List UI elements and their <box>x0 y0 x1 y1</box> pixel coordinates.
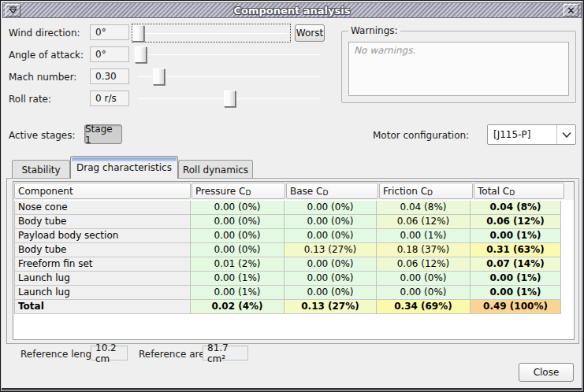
angle-of-attack-label: Angle of attack: <box>9 50 84 61</box>
roll-rate-label: Roll rate: <box>9 94 51 105</box>
tab-roll-dynamics[interactable]: Roll dynamics <box>178 160 253 179</box>
value-cell: 0.01 (2%) <box>191 257 285 272</box>
component-cell: Nose cone <box>14 201 191 215</box>
value-cell: 0.00 (0%) <box>285 272 377 286</box>
wind-direction-slider-thumb[interactable] <box>132 25 144 42</box>
value-cell: 0.00 (0%) <box>377 272 471 286</box>
angle-of-attack-slider[interactable] <box>135 46 324 65</box>
col-header-total-cd[interactable]: Total CD <box>474 183 564 199</box>
value-cell: 0.00 (0%) <box>285 215 377 229</box>
tab-drag-characteristics[interactable]: Drag characteristics <box>70 156 178 179</box>
value-cell: 0.04 (8%) <box>377 201 471 215</box>
value-cell: 0.00 (0%) <box>285 229 377 243</box>
col-header-pressure-cd[interactable]: Pressure CD <box>192 183 285 199</box>
slider-track <box>138 76 321 77</box>
wind-direction-label: Wind direction: <box>9 28 80 39</box>
value-cell: 0.00 (1%) <box>191 286 285 300</box>
mach-number-field[interactable]: 0.30 <box>90 68 129 84</box>
window-title: Component analysis <box>3 5 581 17</box>
value-cell: 0.31 (63%) <box>471 243 561 257</box>
drag-table-body: Nose cone0.00 (0%)0.00 (0%)0.04 (8%)0.04… <box>14 201 573 314</box>
value-cell: 0.06 (12%) <box>377 215 471 229</box>
value-cell: 0.00 (1%) <box>471 286 561 300</box>
value-cell: 0.00 (0%) <box>191 229 285 243</box>
value-cell: 0.00 (0%) <box>191 215 285 229</box>
table-row[interactable]: Body tube0.00 (0%)0.00 (0%)0.06 (12%)0.0… <box>14 215 573 229</box>
angle-of-attack-field[interactable]: 0° <box>90 46 129 62</box>
roll-rate-slider[interactable] <box>135 90 324 109</box>
slider-track <box>138 54 321 55</box>
value-cell: 0.00 (0%) <box>285 257 377 272</box>
value-cell: 0.00 (0%) <box>377 286 471 300</box>
col-header-label: Component <box>18 186 73 197</box>
mach-number-label: Mach number: <box>9 72 76 83</box>
reference-length-value: 10.2 cm <box>91 346 128 361</box>
value-cell: 0.00 (1%) <box>377 229 471 243</box>
drag-table: Component Pressure CD Base CD Friction C… <box>13 181 575 340</box>
wind-direction-slider[interactable] <box>132 24 291 43</box>
mach-number-slider-thumb[interactable] <box>153 68 165 85</box>
table-row[interactable]: Body tube0.00 (0%)0.13 (27%)0.18 (37%)0.… <box>14 243 573 257</box>
col-header-component[interactable]: Component <box>14 183 191 199</box>
close-button[interactable]: Close <box>519 363 574 382</box>
value-cell: 0.13 (27%) <box>285 243 377 257</box>
stage-1-toggle-button[interactable]: Stage 1 <box>84 124 122 144</box>
col-header-subscript: D <box>245 189 251 197</box>
col-header-label: Base C <box>290 186 322 197</box>
col-header-label: Pressure C <box>195 186 245 197</box>
warnings-list: No warnings. <box>348 42 569 96</box>
value-cell: 0.00 (1%) <box>471 272 561 286</box>
table-row[interactable]: Launch lug0.00 (1%)0.00 (0%)0.00 (0%)0.0… <box>14 272 573 286</box>
angle-of-attack-slider-thumb[interactable] <box>135 46 147 63</box>
component-analysis-dialog: Component analysis ✕ Wind direction: Ang… <box>0 0 584 392</box>
wind-direction-field[interactable]: 0° <box>90 24 129 40</box>
chevron-down-icon <box>556 125 575 144</box>
value-cell: 0.00 (0%) <box>285 286 377 300</box>
value-cell: 0.00 (0%) <box>191 201 285 215</box>
tab-stability[interactable]: Stability <box>12 160 70 179</box>
worst-button[interactable]: Worst <box>295 24 325 42</box>
slider-track <box>136 33 287 34</box>
motor-configuration-value: [J115-P] <box>488 129 556 140</box>
motor-configuration-label: Motor configuration: <box>373 130 469 141</box>
roll-rate-field[interactable]: 0 r/s <box>90 91 129 106</box>
col-header-base-cd[interactable]: Base CD <box>286 183 378 199</box>
roll-rate-slider-thumb[interactable] <box>224 91 236 107</box>
table-row[interactable]: Launch lug0.00 (1%)0.00 (0%)0.00 (0%)0.0… <box>14 286 573 300</box>
warnings-group-title: Warnings: <box>348 25 400 36</box>
table-row[interactable]: Freeform fin set0.01 (2%)0.00 (0%)0.06 (… <box>14 257 573 272</box>
component-cell: Launch lug <box>14 272 191 286</box>
table-row[interactable]: Nose cone0.00 (0%)0.00 (0%)0.04 (8%)0.04… <box>14 201 573 215</box>
table-row[interactable]: Total0.02 (4%)0.13 (27%)0.34 (69%)0.49 (… <box>14 300 573 314</box>
component-cell: Payload body section <box>14 229 191 243</box>
col-header-subscript: D <box>427 189 433 197</box>
value-cell: 0.00 (0%) <box>285 201 377 215</box>
mach-number-slider[interactable] <box>135 68 324 87</box>
table-row[interactable]: Payload body section0.00 (0%)0.00 (0%)0.… <box>14 229 573 243</box>
reference-area-value: 81.7 cm² <box>203 346 248 361</box>
component-cell: Launch lug <box>14 286 191 300</box>
value-cell: 0.06 (12%) <box>471 215 561 229</box>
active-stages-label: Active stages: <box>9 130 76 141</box>
drag-characteristics-panel: Component Pressure CD Base CD Friction C… <box>6 178 579 344</box>
value-cell: 0.04 (8%) <box>471 201 561 215</box>
window-close-button[interactable]: ✕ <box>564 4 578 17</box>
col-header-friction-cd[interactable]: Friction CD <box>379 183 473 199</box>
drag-table-header: Component Pressure CD Base CD Friction C… <box>13 182 574 200</box>
value-cell: 0.13 (27%) <box>285 300 377 314</box>
value-cell: 0.18 (37%) <box>377 243 471 257</box>
component-cell: Total <box>14 300 191 314</box>
value-cell: 0.00 (1%) <box>191 272 285 286</box>
value-cell: 0.06 (12%) <box>377 257 471 272</box>
component-cell: Body tube <box>14 215 191 229</box>
col-header-label: Friction C <box>383 186 427 197</box>
warnings-group: Warnings: No warnings. <box>341 31 576 103</box>
value-cell: 0.07 (14%) <box>471 257 561 272</box>
motor-configuration-select[interactable]: [J115-P] <box>487 124 576 145</box>
value-cell: 0.34 (69%) <box>377 300 471 314</box>
value-cell: 0.02 (4%) <box>191 300 285 314</box>
value-cell: 0.49 (100%) <box>471 300 561 314</box>
col-header-subscript: D <box>322 189 328 197</box>
title-bar[interactable]: Component analysis ✕ <box>2 2 582 18</box>
col-header-label: Total C <box>478 186 509 197</box>
